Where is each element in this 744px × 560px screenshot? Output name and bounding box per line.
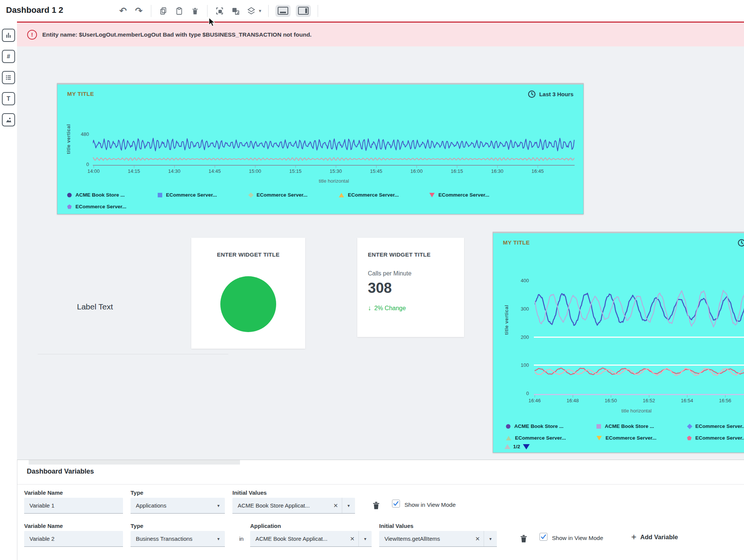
y-tick-label: 480 (74, 131, 89, 137)
delete-variable-icon[interactable] (519, 533, 529, 545)
series-line (93, 158, 574, 160)
series-line (535, 290, 744, 327)
toggle-bottom-panel-button[interactable] (275, 5, 291, 17)
x-tick-mark (336, 166, 336, 168)
x-tick-label: 14:00 (88, 168, 100, 174)
legend-item: ECommerce Server... (158, 192, 248, 198)
triangle-marker-icon (339, 193, 344, 197)
redo-icon[interactable]: ↷ (134, 6, 144, 16)
line-chart (93, 122, 575, 166)
chevron-down-icon[interactable]: ▾ (342, 503, 355, 508)
diamond-marker-icon (687, 423, 692, 429)
x-tick-mark (417, 166, 417, 168)
paste-icon[interactable] (174, 6, 184, 16)
legend-label: ACME Book Store ... (605, 423, 654, 429)
legend-row: ECommerce Server...ECommerce Server...EC… (506, 432, 744, 444)
legend-item: ACME Book Store ... (596, 423, 687, 429)
clear-icon[interactable]: ✕ (471, 535, 484, 542)
x-tick-mark (497, 166, 498, 168)
x-tick-label: 14:15 (128, 168, 140, 174)
x-axis-title: title horizontal (621, 408, 652, 414)
x-tick-mark (94, 166, 94, 168)
copy-icon[interactable] (158, 6, 169, 16)
metric-value: 308 (368, 280, 392, 296)
type-select[interactable]: Business Transactions ▾ (131, 531, 225, 547)
x-tick-label: 16:48 (567, 398, 579, 403)
bring-to-front-icon[interactable] (214, 6, 225, 16)
delete-variable-icon[interactable] (371, 500, 381, 511)
number-widget-icon[interactable]: # (2, 50, 15, 63)
chevron-down-icon[interactable]: ▾ (484, 536, 497, 542)
add-variable-button[interactable]: + Add Variable (631, 532, 678, 542)
label-widget[interactable]: Label Text (77, 302, 113, 311)
chart-widget-icon[interactable] (2, 29, 15, 42)
variable-name-label: Variable Name (24, 489, 63, 496)
initial-values-combo[interactable]: ACME Book Store Applicat... ✕ ▾ (232, 498, 355, 514)
timeseries-widget-right[interactable]: MY TITLE title vertical 400 300 200 100 … (493, 232, 744, 453)
x-tick-mark (687, 395, 687, 397)
list-widget-icon[interactable] (2, 71, 15, 84)
chevron-down-icon[interactable]: ▾ (212, 503, 225, 508)
y-tick-label: 400 (514, 278, 529, 283)
type-select[interactable]: Applications ▾ (131, 498, 225, 514)
pager-up-icon[interactable] (504, 444, 510, 449)
pentagon-marker-icon (687, 436, 692, 440)
clock-icon (527, 90, 536, 98)
metric-label: Calls per Minute (368, 270, 412, 277)
widget-outline-remnant (38, 354, 228, 354)
layers-dropdown-caret[interactable]: ▾ (259, 8, 261, 14)
legend-item: ECommerce Server... (506, 435, 596, 441)
undo-icon[interactable]: ↶ (118, 6, 128, 16)
application-combo[interactable]: ACME Book Store Applicat... ✕ ▾ (250, 531, 372, 547)
panel-resize-handle[interactable] (29, 460, 240, 465)
application-value: ACME Book Store Applicat... (250, 535, 346, 542)
widget-palette: # T (0, 22, 17, 560)
timeseries-widget-main[interactable]: MY TITLE Last 3 Hours title vertical 480… (57, 83, 584, 214)
text-widget-icon[interactable]: T (2, 92, 15, 105)
show-in-view-mode-label: Show in View Mode (404, 502, 456, 508)
x-tick-mark (295, 166, 296, 168)
toggle-right-panel-button[interactable] (296, 5, 311, 17)
widget-title-placeholder: ENTER WIDGET TITLE (191, 251, 305, 258)
right-panel-icon (298, 7, 309, 15)
show-in-view-mode-checkbox[interactable] (392, 500, 400, 508)
clear-icon[interactable]: ✕ (346, 535, 358, 542)
y-tick-label: 0 (514, 391, 529, 396)
series-line (93, 138, 574, 151)
pie-widget[interactable]: ENTER WIDGET TITLE (191, 238, 305, 349)
pager-down-icon[interactable] (523, 444, 530, 449)
legend-item: ACME Book Store ... (506, 423, 596, 429)
pentagon-marker-icon (67, 205, 72, 209)
send-to-back-icon[interactable] (230, 6, 241, 16)
time-range[interactable]: Last 3 Hours (527, 90, 573, 98)
delete-icon[interactable] (190, 6, 200, 16)
chevron-down-icon[interactable]: ▾ (359, 536, 372, 542)
variable-name-input[interactable]: Variable 2 (24, 531, 123, 547)
time-range-label: Last 3 Hours (539, 91, 573, 97)
x-tick-label: 15:15 (289, 168, 302, 174)
layers-icon[interactable] (246, 6, 257, 16)
variable-name-input[interactable]: Variable 1 (24, 498, 123, 514)
toolbar-separator (318, 5, 318, 17)
toolbar-separator (151, 5, 151, 17)
clock-icon[interactable] (737, 238, 744, 249)
legend-label: ECommerce Server... (695, 435, 744, 441)
image-widget-icon[interactable] (2, 113, 15, 126)
show-in-view-mode-checkbox[interactable] (540, 533, 547, 541)
arrow-down-icon: ↓ (368, 304, 371, 312)
metric-widget[interactable]: ENTER WIDGET TITLE Calls per Minute 308 … (357, 238, 464, 337)
x-tick-label: 16:56 (719, 398, 732, 403)
legend-label: ACME Book Store ... (75, 192, 125, 198)
legend-item: ECommerce Server... (429, 192, 520, 198)
in-label: in (239, 535, 244, 542)
clear-icon[interactable]: ✕ (329, 502, 342, 509)
x-tick-mark (649, 395, 649, 397)
y-tick-label: 0 (74, 162, 89, 167)
variable-name-value: Variable 1 (24, 502, 123, 509)
x-tick-label: 14:30 (168, 168, 181, 174)
square-marker-icon (596, 424, 601, 429)
legend-item: ACME Book Store ... (67, 192, 158, 198)
chevron-down-icon[interactable]: ▾ (212, 536, 225, 542)
type-value: Business Transactions (131, 535, 212, 542)
initial-values-combo[interactable]: ViewItems.getAllItems ✕ ▾ (379, 531, 497, 547)
